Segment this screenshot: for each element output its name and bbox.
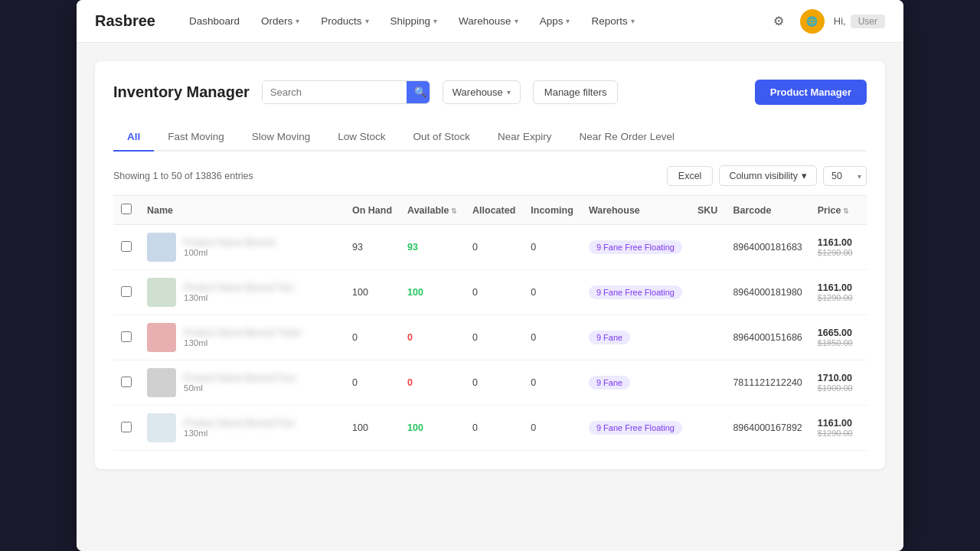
product-manager-button[interactable]: Product Manager [755, 80, 867, 105]
price-original: $1290.00 [818, 429, 853, 438]
status-cell: Out of stock [861, 360, 867, 406]
table-row: Product Name Blurred 100ml 9393009 Fane … [113, 225, 867, 270]
sku-cell [690, 270, 725, 315]
chevron-down-icon: ▾ [433, 17, 437, 25]
select-all-header [113, 196, 139, 225]
barcode-cell: 7811121212240 [725, 360, 809, 406]
available-value: 100 [407, 287, 423, 298]
navbar: Rasbree Dashboard Orders ▾ Products ▾ Sh… [77, 0, 903, 43]
price-cell: 1161.00$1290.00 [810, 270, 861, 315]
excel-button[interactable]: Excel [667, 166, 714, 186]
manage-filters-button[interactable]: Manage filters [533, 80, 619, 104]
nav-products[interactable]: Products ▾ [321, 12, 368, 30]
nav-dashboard[interactable]: Dashboard [189, 12, 240, 30]
warehouse-tag: 9 Fane Free Floating [589, 285, 682, 299]
warehouse-cell: 9 Fane [581, 360, 690, 406]
on-hand-cell: 0 [345, 360, 400, 406]
select-all-checkbox[interactable] [121, 204, 132, 214]
row-checkbox[interactable] [121, 422, 132, 432]
tab-out-of-stock[interactable]: Out of Stock [400, 123, 484, 152]
price-main: 1161.00 [818, 282, 853, 293]
price-original: $1290.00 [818, 248, 853, 257]
row-checkbox[interactable] [121, 286, 132, 297]
product-name-cell: Product Name Blurred Five 130ml [139, 406, 345, 451]
settings-icon[interactable]: ⚙ [766, 9, 791, 34]
allocated-cell: 0 [465, 315, 523, 360]
available-cell: 93 [400, 225, 465, 270]
chevron-down-icon: ▾ [514, 17, 518, 25]
col-available[interactable]: Available [400, 196, 465, 225]
row-checkbox[interactable] [121, 241, 132, 252]
nav-icons: ⚙ 🌐 Hi, User [766, 9, 885, 34]
barcode-cell: 8964000181980 [725, 270, 809, 315]
chevron-down-icon: ▾ [802, 170, 807, 181]
price-main: 1665.00 [818, 328, 853, 338]
product-name-cell: Product Name Blurred Two 130ml [139, 270, 345, 315]
tab-bar: AllFast MovingSlow MovingLow StockOut of… [113, 123, 867, 152]
available-cell: 100 [400, 270, 465, 315]
search-button[interactable]: 🔍 [407, 81, 430, 103]
tab-all[interactable]: All [113, 123, 154, 152]
available-value: 100 [407, 422, 423, 433]
table-row: Product Name Blurred Two 130ml 100100009… [113, 270, 867, 315]
allocated-cell: 0 [465, 360, 523, 406]
product-name-cell: Product Name Blurred Three 130ml [139, 315, 345, 360]
product-name: Product Name Blurred [184, 237, 337, 248]
column-visibility-button[interactable]: Column visibility ▾ [719, 165, 817, 186]
search-icon: 🔍 [414, 86, 427, 98]
warehouse-tag: 9 Fane [589, 376, 630, 390]
incoming-cell: 0 [523, 360, 581, 406]
product-name: Product Name Blurred Three [184, 328, 337, 338]
incoming-cell: 0 [523, 270, 581, 315]
toolbar-right: Excel Column visibility ▾ 102550100 [667, 165, 867, 186]
page-content: Inventory Manager 🔍 Warehouse ▾ Manage f… [77, 43, 903, 551]
product-name: Product Name Blurred Five [184, 418, 337, 429]
tab-fast-moving[interactable]: Fast Moving [154, 123, 238, 152]
col-warehouse: Warehouse [581, 196, 690, 225]
user-greeting: Hi, User [834, 15, 885, 28]
warehouse-cell: 9 Fane Free Floating [581, 225, 690, 270]
sku-cell [690, 225, 725, 270]
incoming-cell: 0 [523, 315, 581, 360]
product-image [147, 368, 176, 397]
per-page-wrapper: 102550100 [823, 166, 867, 186]
price-main: 1161.00 [818, 237, 853, 248]
col-name: Name [139, 196, 345, 225]
on-hand-cell: 100 [345, 406, 400, 451]
barcode-cell: 8964000181683 [725, 225, 809, 270]
main-card: Inventory Manager 🔍 Warehouse ▾ Manage f… [95, 61, 885, 469]
col-sku: SKU [690, 196, 725, 225]
per-page-select[interactable]: 102550100 [823, 166, 867, 186]
on-hand-cell: 100 [345, 270, 400, 315]
table-row: Product Name Blurred Three 130ml 00009 F… [113, 315, 867, 360]
inventory-table: NameOn HandAvailableAllocatedIncomingWar… [113, 195, 867, 451]
warehouse-cell: 9 Fane Free Floating [581, 270, 690, 315]
row-checkbox[interactable] [121, 377, 132, 387]
available-value: 0 [407, 377, 413, 388]
search-input[interactable] [263, 81, 407, 103]
page-title: Inventory Manager [113, 83, 250, 101]
warehouse-filter-button[interactable]: Warehouse ▾ [443, 80, 521, 104]
price-main: 1161.00 [818, 418, 853, 429]
tab-low-stock[interactable]: Low Stock [324, 123, 399, 152]
sku-cell [690, 360, 725, 406]
incoming-cell: 0 [523, 406, 581, 451]
product-name: Product Name Blurred Four [184, 373, 337, 383]
nav-warehouse[interactable]: Warehouse ▾ [459, 12, 518, 30]
nav-orders[interactable]: Orders ▾ [261, 12, 299, 30]
tab-near-re-order-level[interactable]: Near Re Order Level [565, 123, 688, 152]
nav-apps[interactable]: Apps ▾ [540, 12, 570, 30]
nav-reports[interactable]: Reports ▾ [591, 12, 634, 30]
tab-near-expiry[interactable]: Near Expiry [484, 123, 566, 152]
price-original: $1900.00 [818, 383, 853, 393]
price-original: $1290.00 [818, 293, 853, 302]
avatar[interactable]: 🌐 [800, 9, 825, 34]
col-price[interactable]: Price [810, 196, 861, 225]
table-wrapper: NameOn HandAvailableAllocatedIncomingWar… [113, 195, 867, 451]
row-checkbox[interactable] [121, 331, 132, 342]
chevron-down-icon: ▾ [296, 17, 299, 25]
available-value: 0 [407, 332, 413, 343]
tab-slow-moving[interactable]: Slow Moving [238, 123, 325, 152]
product-name: Product Name Blurred Two [184, 282, 337, 293]
nav-shipping[interactable]: Shipping ▾ [390, 12, 438, 30]
